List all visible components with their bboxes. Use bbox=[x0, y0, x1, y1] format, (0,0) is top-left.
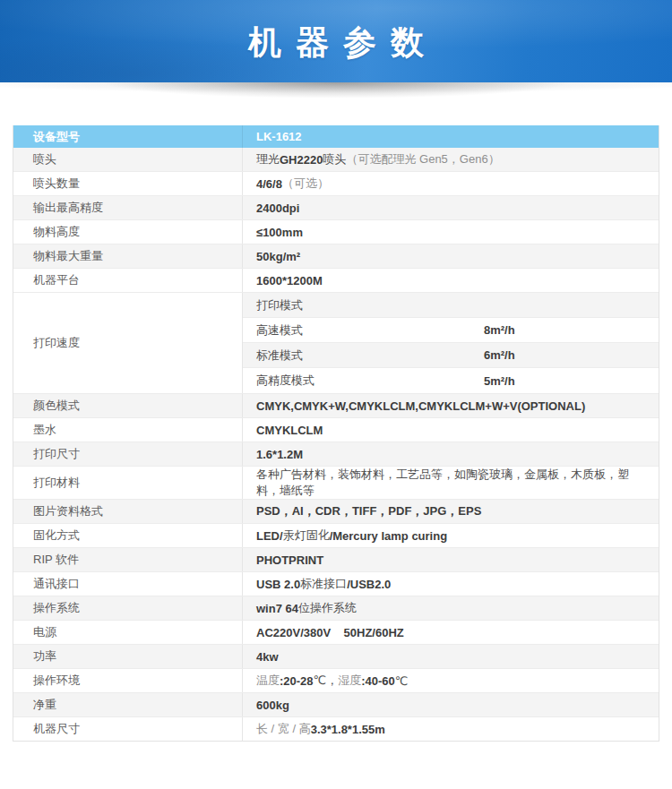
speed-value: 5m²/h bbox=[484, 374, 515, 388]
value-segment: 1600*1200M bbox=[256, 274, 323, 287]
banner-shadow bbox=[0, 82, 672, 106]
table-row: 机器平台1600*1200M bbox=[13, 269, 659, 293]
value-segment: /USB2.0 bbox=[347, 578, 391, 591]
table-row: 打印尺寸1.6*1.2M bbox=[13, 442, 659, 467]
speed-mode-label: 高精度模式 bbox=[256, 373, 484, 389]
value-segment: 50kg/m² bbox=[256, 250, 300, 263]
spec-value: 理光 GH2220 喷头（可选配理光 Gen5，Gen6） bbox=[243, 148, 659, 171]
table-row: RIP 软件PHOTPRINT bbox=[13, 548, 659, 572]
table-row: 打印材料各种广告材料，装饰材料，工艺品等，如陶瓷玻璃，金属板，木质板，塑料，墙纸… bbox=[13, 467, 659, 500]
value-segment: LED/ bbox=[256, 529, 283, 543]
value-segment: 4kw bbox=[256, 650, 279, 664]
table-row: 操作环境温度 :20-28℃，湿度 :40-60℃ bbox=[13, 669, 659, 693]
spec-value: 长 / 宽 / 高 3.3*1.8*1.55m bbox=[243, 717, 659, 741]
value-segment: 汞灯固化 bbox=[283, 527, 330, 544]
spec-label: 打印材料 bbox=[13, 467, 243, 499]
spec-label: 固化方式 bbox=[13, 524, 243, 547]
spec-value: 600kg bbox=[243, 693, 659, 716]
table-row-group: 打印速度打印模式高速模式8m²/h标准模式6m²/h高精度模式5m²/h bbox=[13, 293, 659, 394]
value-segment: PHOTPRINT bbox=[256, 553, 323, 567]
table-row: 输出最高精度2400dpi bbox=[13, 196, 659, 220]
table-row: 电源AC220V/380V 50HZ/60HZ bbox=[13, 621, 659, 645]
spec-label: 净重 bbox=[13, 693, 243, 716]
spec-value: 1.6*1.2M bbox=[243, 442, 659, 466]
speed-value: 6m²/h bbox=[484, 348, 515, 362]
speed-subrow: 高速模式8m²/h bbox=[243, 318, 659, 343]
value-segment: /Mercury lamp curing bbox=[330, 529, 447, 543]
spec-label: 通讯接口 bbox=[13, 572, 243, 596]
spec-label: 打印尺寸 bbox=[13, 442, 243, 466]
value-segment: ℃， bbox=[314, 673, 339, 689]
banner: 机器参数 bbox=[0, 0, 672, 82]
page: 机器参数 设备型号 LK-1612 喷头理光 GH2220 喷头（可选配理光 G… bbox=[0, 0, 672, 789]
spec-value: 温度 :20-28℃，湿度 :40-60℃ bbox=[243, 669, 659, 692]
spec-value: 50kg/m² bbox=[243, 244, 659, 268]
value-segment: CMYKLCLM bbox=[256, 424, 323, 437]
spec-value: 2400dpi bbox=[243, 196, 659, 219]
table-row: 通讯接口USB 2.0 标准接口 /USB2.0 bbox=[13, 572, 659, 596]
table-row: 图片资料格式PSD，AI，CDR，TIFF，PDF，JPG，EPS bbox=[13, 500, 659, 524]
value-segment: win7 64 bbox=[256, 602, 298, 615]
value-segment: :20-28 bbox=[280, 674, 314, 688]
table-header-row: 设备型号 LK-1612 bbox=[13, 125, 659, 148]
table-row: 喷头理光 GH2220 喷头（可选配理光 Gen5，Gen6） bbox=[13, 148, 659, 172]
spec-value: CMYKLCLM bbox=[243, 418, 659, 442]
spec-value: 1600*1200M bbox=[243, 269, 659, 292]
table-row: 机器尺寸长 / 宽 / 高 3.3*1.8*1.55m bbox=[13, 717, 659, 741]
value-segment: 理光 bbox=[256, 151, 280, 167]
spec-value: CMYK,CMYK+W,CMYKLCLM,CMYKLCLM+W+V(OPTION… bbox=[243, 394, 659, 417]
spec-label: 物料高度 bbox=[13, 220, 243, 244]
spec-value: 4kw bbox=[243, 645, 659, 668]
spec-value: PHOTPRINT bbox=[243, 548, 659, 571]
spec-label: 机器尺寸 bbox=[13, 717, 243, 741]
value-segment: （可选配理光 Gen5，Gen6） bbox=[346, 151, 499, 167]
header-label-cell: 设备型号 bbox=[13, 125, 243, 148]
header-value-cell: LK-1612 bbox=[243, 130, 302, 143]
table-row: 操作系统win7 64 位操作系统 bbox=[13, 596, 659, 621]
speed-subrow: 打印模式 bbox=[243, 293, 659, 318]
spec-table: 设备型号 LK-1612 喷头理光 GH2220 喷头（可选配理光 Gen5，G… bbox=[13, 125, 659, 742]
spec-label: 打印速度 bbox=[13, 293, 243, 393]
value-segment: 2400dpi bbox=[256, 202, 299, 215]
spec-label: RIP 软件 bbox=[13, 548, 243, 571]
table-row: 功率4kw bbox=[13, 645, 659, 669]
value-segment: 各种广告材料，装饰材料，工艺品等，如陶瓷玻璃，金属板，木质板，塑料，墙纸等 bbox=[256, 467, 651, 499]
table-row: 喷头数量4/6/8（可选） bbox=[13, 172, 659, 196]
speed-subrow: 高精度模式5m²/h bbox=[243, 368, 659, 393]
spec-label: 喷头数量 bbox=[13, 172, 243, 195]
page-title: 机器参数 bbox=[0, 0, 672, 65]
table-row: 固化方式LED/ 汞灯固化 /Mercury lamp curing bbox=[13, 524, 659, 548]
spec-value: ≤100mm bbox=[243, 220, 659, 244]
spec-label: 功率 bbox=[13, 645, 243, 668]
value-segment: 标准接口 bbox=[300, 576, 347, 592]
value-segment: ≤100mm bbox=[256, 226, 303, 239]
value-segment: CMYK,CMYK+W,CMYKLCLM,CMYKLCLM+W+V(OPTION… bbox=[256, 399, 585, 413]
spec-label: 物料最大重量 bbox=[13, 244, 243, 268]
spec-label: 操作系统 bbox=[13, 596, 243, 620]
spec-label: 输出最高精度 bbox=[13, 196, 243, 219]
speed-value: 8m²/h bbox=[484, 323, 515, 337]
spec-label: 喷头 bbox=[13, 148, 243, 171]
speed-mode-label: 高速模式 bbox=[256, 322, 484, 339]
spec-value: PSD，AI，CDR，TIFF，PDF，JPG，EPS bbox=[243, 500, 659, 523]
value-segment: 600kg bbox=[256, 699, 289, 712]
value-segment: 喷头 bbox=[323, 151, 346, 167]
speed-subrows: 打印模式高速模式8m²/h标准模式6m²/h高精度模式5m²/h bbox=[243, 293, 659, 393]
spec-value: 各种广告材料，装饰材料，工艺品等，如陶瓷玻璃，金属板，木质板，塑料，墙纸等 bbox=[243, 467, 659, 499]
value-segment: AC220V/380V 50HZ/60HZ bbox=[256, 626, 404, 639]
value-segment: （可选） bbox=[282, 176, 329, 192]
value-segment: 1.6*1.2M bbox=[256, 448, 303, 461]
table-row: 墨水CMYKLCLM bbox=[13, 418, 659, 442]
spec-value: AC220V/380V 50HZ/60HZ bbox=[243, 621, 659, 644]
table-row: 净重600kg bbox=[13, 693, 659, 717]
speed-mode-label: 打印模式 bbox=[256, 297, 484, 313]
table-row: 颜色模式CMYK,CMYK+W,CMYKLCLM,CMYKLCLM+W+V(OP… bbox=[13, 394, 659, 418]
spec-value: 4/6/8（可选） bbox=[243, 172, 659, 195]
value-segment: 长 / 宽 / 高 bbox=[256, 721, 311, 737]
table-row: 物料高度≤100mm bbox=[13, 220, 659, 244]
spec-label: 图片资料格式 bbox=[13, 500, 243, 523]
value-segment: 温度 bbox=[256, 673, 280, 689]
value-segment: USB 2.0 bbox=[256, 578, 300, 591]
spec-value: USB 2.0 标准接口 /USB2.0 bbox=[243, 572, 659, 596]
spec-value: win7 64 位操作系统 bbox=[243, 596, 659, 620]
